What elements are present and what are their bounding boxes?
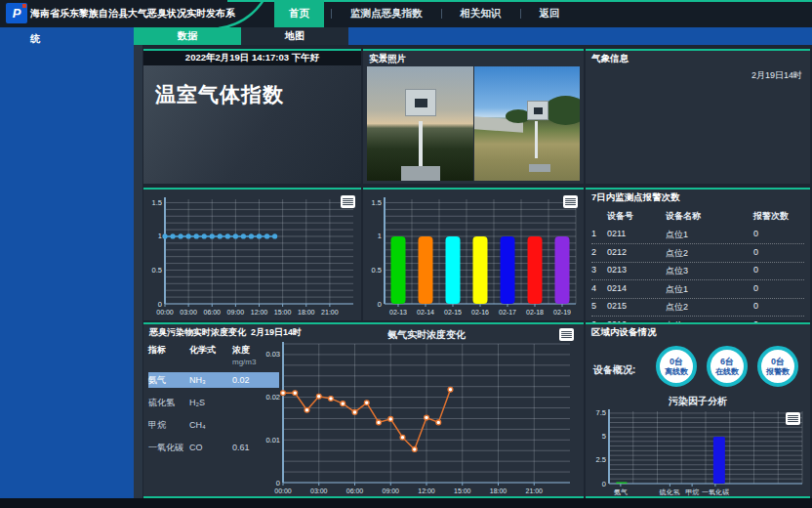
table-cell: 0212 [607, 247, 666, 260]
monitor-device [405, 89, 436, 116]
online-count: 6台 [720, 357, 734, 366]
alarm-count: 0台 [771, 357, 785, 366]
region-devices-panel: 区域内设备情况 设备概况: 0台 离线数 6台 在线数 0台 报警数 污染因子分… [586, 322, 810, 498]
daily-index-chart: 00.511.502-1302-1402-1502-1602-1702-1802… [365, 191, 582, 318]
table-cell: 2 [591, 247, 607, 260]
poll-unit: mg/m3 [232, 358, 256, 366]
bottom-bar [0, 498, 812, 508]
app-title-line1: 海南省乐东黎族自治县大气恶臭状况实时发布系 [30, 8, 235, 19]
svg-text:03:00: 03:00 [310, 487, 328, 494]
table-cell: 0214 [607, 283, 666, 296]
alarm-col-count: 报警次数 [753, 210, 804, 223]
table-cell: 0211 [607, 229, 666, 241]
daily-index-panel: 00.511.502-1302-1402-1502-1602-1702-1802… [363, 188, 584, 320]
menu-separator [331, 9, 332, 19]
monitor-pedestal [529, 164, 550, 172]
ammonia-trend-chart: 00.010.020.0300:0003:0006:0009:0012:0015… [265, 340, 580, 498]
svg-text:18:00: 18:00 [298, 309, 315, 316]
svg-text:0.01: 0.01 [265, 436, 280, 444]
alarm-count-badge: 0台 报警数 [757, 346, 798, 387]
hero-title: 温室气体指数 [143, 65, 361, 124]
svg-text:1.5: 1.5 [152, 198, 162, 207]
pollutant-row[interactable]: 甲烷CH₄ [148, 417, 279, 433]
tab-map[interactable]: 地图 [241, 27, 348, 45]
svg-text:7.5: 7.5 [596, 408, 606, 417]
chart-toolbox-icon[interactable] [786, 412, 800, 425]
alarm-col-device-id: 设备号 [607, 210, 666, 223]
svg-text:12:00: 12:00 [418, 487, 435, 494]
alarm-table-header-row: 设备号 设备名称 报警次数 [591, 207, 804, 227]
table-cell: CO [189, 443, 232, 452]
svg-text:15:00: 15:00 [274, 309, 292, 316]
alarm-col-device-name: 设备名称 [666, 210, 753, 223]
table-cell: 点位2 [666, 247, 753, 260]
svg-text:09:00: 09:00 [227, 309, 245, 316]
device-screen [415, 99, 427, 107]
pollutant-table-header: 指标 化学式 浓度mg/m3 [148, 344, 279, 366]
svg-text:硫化氢: 硫化氢 [659, 488, 680, 496]
monitor-pole [419, 121, 423, 169]
main-menu: 首页 监测点恶臭指数 相关知识 返回 [274, 0, 572, 27]
table-cell: 0215 [607, 301, 666, 314]
svg-text:一氧化碳: 一氧化碳 [702, 488, 729, 496]
menu-item-knowledge[interactable]: 相关知识 [449, 0, 513, 27]
pollutant-row[interactable]: 一氧化碳CO0.61 [148, 440, 279, 455]
menu-item-odor-index[interactable]: 监测点恶臭指数 [339, 0, 434, 27]
svg-text:甲烷: 甲烷 [685, 488, 699, 496]
svg-text:2.5: 2.5 [596, 455, 606, 464]
pollutant-header-text: 恶臭污染物实时浓度变化 [149, 327, 246, 337]
alarm-label: 报警数 [766, 367, 790, 376]
top-navbar: P 海南省乐东黎族自治县大气恶臭状况实时发布系统 首页 监测点恶臭指数 相关知识… [0, 0, 812, 27]
svg-text:06:00: 06:00 [346, 487, 364, 494]
menu-item-back[interactable]: 返回 [528, 0, 572, 27]
pollutant-row[interactable]: 氨气NH₃0.02 [148, 372, 279, 388]
alarm-table: 设备号 设备名称 报警次数 10211点位1020212点位2030213点位3… [591, 207, 804, 335]
devices-overview-label: 设备概况: [593, 363, 635, 377]
chart-toolbox-icon[interactable] [559, 328, 574, 341]
pollutant-panel: 恶臭污染物实时浓度变化 2月19日14时 指标 化学式 浓度mg/m3 氨气NH… [143, 322, 584, 498]
table-cell: 0 [753, 283, 804, 296]
chart-toolbox-icon[interactable] [563, 195, 578, 208]
table-cell: 点位2 [666, 301, 753, 314]
index-trend-panel: 00.511.500:0003:0006:0009:0012:0015:0018… [143, 188, 361, 320]
svg-text:02-15: 02-15 [444, 309, 462, 316]
chart-toolbox-icon[interactable] [341, 195, 355, 208]
offline-count: 0台 [670, 357, 683, 366]
pollutant-row[interactable]: 硫化氢H₂S [148, 395, 279, 410]
table-cell: NH₃ [189, 375, 232, 385]
site-photos-panel: 实景照片 [363, 49, 584, 184]
table-cell: 3 [591, 265, 607, 277]
factor-chart-title: 污染因子分析 [586, 395, 810, 408]
weather-timestamp: 2月19日14时 [586, 66, 810, 82]
tab-data[interactable]: 数据 [134, 27, 241, 45]
table-cell: 氨气 [148, 374, 189, 387]
menu-item-home[interactable]: 首页 [274, 0, 324, 27]
svg-text:21:00: 21:00 [321, 309, 339, 316]
app-logo: P [6, 3, 27, 23]
svg-text:18:00: 18:00 [490, 487, 508, 494]
site-photo-dusk [367, 66, 473, 181]
monitor-device [527, 101, 548, 120]
svg-text:21:00: 21:00 [525, 487, 543, 494]
table-row: 40214点位10 [591, 280, 804, 299]
svg-text:02-17: 02-17 [499, 309, 516, 316]
svg-text:1: 1 [158, 232, 162, 240]
table-cell: 0 [753, 301, 804, 314]
svg-text:02-13: 02-13 [389, 309, 407, 316]
table-cell: 点位1 [666, 283, 753, 296]
svg-text:0: 0 [378, 300, 382, 309]
online-label: 在线数 [715, 367, 739, 376]
poll-col-indicator: 指标 [148, 344, 189, 366]
pollutant-table: 指标 化学式 浓度mg/m3 氨气NH₃0.02硫化氢H₂S甲烷CH₄一氧化碳C… [148, 344, 279, 462]
greenhouse-index-panel: 2022年2月19日 14:17:03 下午好 温室气体指数 [143, 49, 361, 184]
online-count-badge: 6台 在线数 [707, 346, 748, 387]
table-row: 50215点位20 [591, 299, 804, 318]
menu-separator [441, 9, 442, 19]
table-cell: 甲烷 [148, 419, 189, 432]
table-cell: 点位1 [666, 229, 753, 241]
index-trend-chart: 00.511.500:0003:0006:0009:0012:0015:0018… [145, 191, 359, 318]
weather-header: 气象信息 [586, 51, 810, 66]
offline-label: 离线数 [665, 367, 688, 376]
svg-text:02-18: 02-18 [526, 309, 544, 316]
table-row: 10211点位10 [591, 227, 804, 245]
